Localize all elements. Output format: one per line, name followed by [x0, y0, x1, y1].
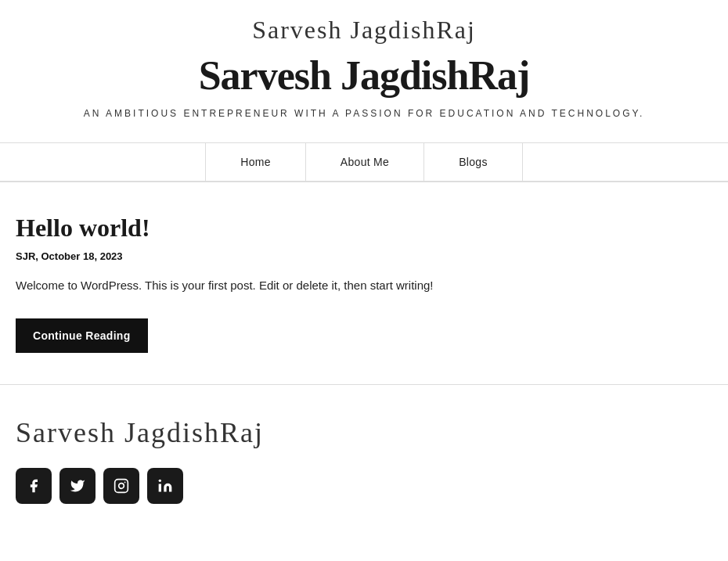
- nav-link-blogs[interactable]: Blogs: [424, 143, 522, 181]
- post-meta: SJR, October 18, 2023: [16, 250, 712, 262]
- facebook-icon[interactable]: [16, 468, 52, 504]
- continue-reading-button[interactable]: Continue Reading: [16, 318, 148, 353]
- blog-post: Hello world! SJR, October 18, 2023 Welco…: [16, 214, 712, 353]
- site-footer: Sarvesh JagdishRaj: [0, 384, 728, 527]
- nav-link-home[interactable]: Home: [206, 143, 305, 181]
- post-title: Hello world!: [16, 214, 712, 243]
- svg-rect-2: [159, 484, 161, 492]
- linkedin-icon[interactable]: [147, 468, 183, 504]
- nav-item-about[interactable]: About Me: [305, 143, 423, 181]
- header-logo-script: Sarvesh JagdishRaj: [0, 16, 728, 45]
- site-tagline: AN AMBITIOUS ENTREPRENEUR WITH A PASSION…: [0, 108, 728, 119]
- svg-point-3: [159, 480, 161, 482]
- footer-logo-script: Sarvesh JagdishRaj: [16, 416, 712, 449]
- nav-item-blogs[interactable]: Blogs: [423, 143, 523, 181]
- nav-item-home[interactable]: Home: [205, 143, 305, 181]
- svg-rect-0: [115, 480, 128, 493]
- nav-link-about[interactable]: About Me: [306, 143, 423, 181]
- post-excerpt: Welcome to WordPress. This is your first…: [16, 276, 712, 295]
- social-icons-container: [16, 468, 712, 504]
- main-nav: Home About Me Blogs: [0, 142, 728, 182]
- twitter-icon[interactable]: [59, 468, 96, 504]
- instagram-icon[interactable]: [103, 468, 139, 504]
- site-title: Sarvesh JagdishRaj: [0, 52, 728, 99]
- nav-menu: Home About Me Blogs: [205, 143, 522, 181]
- main-content: Hello world! SJR, October 18, 2023 Welco…: [0, 182, 728, 384]
- site-header: Sarvesh JagdishRaj Sarvesh JagdishRaj AN…: [0, 0, 728, 142]
